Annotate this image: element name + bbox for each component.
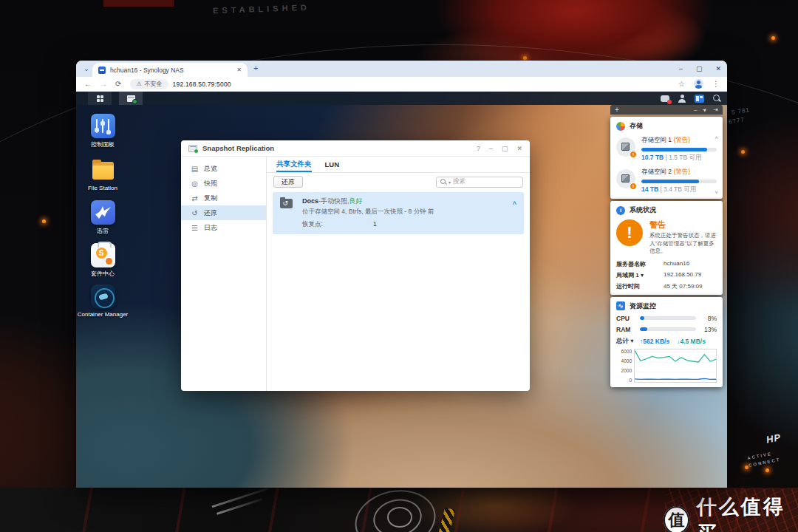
resource-monitor-widget: ∿ 资源监控 CPU 8% RAM 13% 总计 ▾: [610, 297, 723, 387]
server-name-row: 服务器名称 hchuan16: [616, 260, 717, 268]
uptime-row: 运行时间 45 天 07:59:09: [616, 282, 717, 290]
ram-percent: 13%: [700, 326, 717, 333]
volume-2-status: (警告): [673, 168, 690, 175]
thunder-bird-icon: [91, 200, 115, 225]
tab-close-icon[interactable]: ✕: [236, 66, 242, 73]
widget-collapse-button[interactable]: –: [694, 106, 697, 113]
snapshot-list-item-docs[interactable]: Docs - 手动快照, 良好 位于存储空间 4, Btrfs, 最后一次快照 …: [273, 192, 524, 234]
storage-widget: 存储 ! 存储空间 1 (警告) 10.7 TB | 1.5 TB 可用: [610, 117, 723, 199]
window-help-button[interactable]: ?: [477, 145, 480, 152]
resource-monitor-title: 资源监控: [630, 301, 656, 311]
notifications-icon[interactable]: [661, 95, 669, 102]
sidebar-item-logs[interactable]: ☰ 日志: [181, 220, 266, 235]
forward-button[interactable]: →: [100, 80, 107, 88]
desktop-icon-control-panel[interactable]: 控制面板: [79, 114, 126, 149]
volume-2-capacity: 14 TB: [641, 185, 658, 193]
upload-speed: 562 KB/s: [643, 338, 669, 345]
browser-tab[interactable]: hchuan16 - Synology NAS ✕: [92, 63, 248, 77]
warning-icon: ⚠: [136, 81, 141, 87]
glow-dot: [42, 219, 46, 223]
search-input[interactable]: ▾ 搜索: [436, 177, 523, 188]
sidebar-item-overview[interactable]: ▤ 总览: [181, 161, 266, 176]
window-close-button[interactable]: ✕: [516, 145, 522, 152]
bookmark-star-icon[interactable]: ☆: [678, 80, 685, 88]
volume-warning-badge: !: [630, 151, 637, 158]
desktop-icon-container-manager[interactable]: Container Manager: [79, 284, 126, 318]
search-icon: [440, 179, 446, 185]
overview-icon: ▤: [191, 165, 199, 173]
volume-1-chevron-icon[interactable]: ˄: [715, 134, 718, 141]
desktop-icon-thunder[interactable]: 迅雷: [79, 200, 126, 235]
lan-row[interactable]: 局域网 1 ▾ 192.168.50.79: [616, 271, 717, 279]
window-minimize-button[interactable]: –: [489, 145, 493, 152]
widget-pin-icon[interactable]: ➤: [701, 106, 709, 114]
network-chart: 6000 4000 2000 0: [616, 349, 717, 383]
system-health-title: 系统状况: [630, 205, 656, 215]
cpu-percent: 8%: [700, 315, 717, 322]
screen: ESTABLISHED 5 781 6777 HP ACTIVECONNECT …: [0, 0, 798, 532]
smzdm-watermark: 值 什么值得买: [664, 494, 798, 532]
window-titlebar[interactable]: Snapshot Replication ? – ▢ ✕: [181, 140, 530, 157]
synology-favicon: [98, 66, 106, 74]
main-menu-button[interactable]: [88, 92, 112, 105]
new-tab-button[interactable]: +: [253, 64, 258, 72]
browser-maximize-button[interactable]: ▢: [696, 65, 703, 72]
warning-circle-icon: !: [616, 219, 643, 246]
back-button[interactable]: ←: [84, 80, 92, 88]
dsm-taskbar: [76, 92, 727, 105]
widget-panel: + – ➤ ⇥ 存储 !: [610, 105, 723, 387]
volume-2-usage-bar: [641, 180, 717, 183]
taskbar-snapshot-replication-button[interactable]: [119, 92, 143, 105]
network-total-row[interactable]: 总计 ▾ ↑562 KB/s ↓4.5 MB/s: [616, 337, 717, 346]
profile-avatar[interactable]: [694, 79, 703, 89]
snapshot-replication-taskbar-icon: [127, 95, 135, 102]
desktop-icon-file-station[interactable]: File Station: [79, 158, 126, 191]
user-options-icon[interactable]: [678, 95, 686, 103]
sidebar-item-snapshot[interactable]: ◎ 快照: [181, 176, 266, 191]
sidebar-item-replication[interactable]: ⇄ 复制: [181, 191, 266, 205]
glow-dot: [741, 150, 745, 154]
add-widget-button[interactable]: +: [615, 106, 619, 114]
window-title: Snapshot Replication: [202, 144, 471, 152]
cpu-row: CPU 8%: [616, 315, 717, 322]
browser-minimize-button[interactable]: –: [679, 65, 683, 72]
tab-lun[interactable]: LUN: [325, 157, 340, 172]
volume-icon: !: [616, 169, 635, 188]
item-collapse-icon[interactable]: ˄: [513, 200, 516, 207]
reload-button[interactable]: ⟳: [115, 80, 121, 88]
security-chip[interactable]: ⚠ 不安全: [130, 79, 168, 89]
chart-y-axis: 6000 4000 2000 0: [616, 349, 634, 383]
window-maximize-button[interactable]: ▢: [502, 145, 508, 152]
smzdm-badge-icon: 值: [664, 506, 689, 532]
glow-dot: [745, 466, 748, 469]
storage-pie-icon: [616, 122, 625, 131]
dsm-search-icon[interactable]: [713, 95, 721, 103]
sidebar-item-restore[interactable]: ↺ 还原: [181, 205, 266, 220]
tab-shared-folder[interactable]: 共享文件夹: [276, 157, 312, 172]
storage-collapse-chevron-icon[interactable]: ˅: [715, 189, 718, 196]
health-message: 系统正处于警告状态，请进入"存储管理器"以了解更多信息。: [649, 232, 717, 256]
volume-warning-badge: !: [630, 183, 637, 190]
desktop-icon-package-center[interactable]: S 套件中心: [79, 243, 126, 278]
item-status: 良好: [349, 197, 363, 206]
restore-button[interactable]: 还原: [273, 176, 303, 188]
address-bar-url[interactable]: 192.168.50.79:5000: [173, 81, 231, 88]
system-health-widget: i 系统状况 ! 警告 系统正处于警告状态，请进入"存储管理器"以了解更多信息。…: [610, 201, 723, 295]
browser-close-button[interactable]: ✕: [715, 65, 721, 72]
window-sidebar: ▤ 总览 ◎ 快照 ⇄ 复制 ↺ 还原: [181, 157, 267, 391]
widget-exit-icon[interactable]: ⇥: [713, 106, 718, 113]
volume-icon: !: [616, 137, 635, 157]
widgets-toggle-icon[interactable]: [695, 95, 704, 103]
item-name: Docs: [302, 197, 318, 205]
cpu-usage-bar: [640, 316, 696, 320]
dsm-desktop: 控制面板 File Station 迅雷 S 套件中心 Container: [76, 92, 727, 488]
browser-menu-icon[interactable]: ⋮: [712, 80, 720, 88]
file-station-icon: [91, 158, 115, 183]
volume-2-row: ! 存储空间 2 (警告) 14 TB | 3.4 TB 可用: [616, 168, 717, 194]
content-tabs: 共享文件夹 LUN: [267, 157, 530, 173]
resource-monitor-icon: ∿: [616, 301, 625, 310]
health-status: 警告: [649, 219, 717, 231]
container-manager-icon: [91, 284, 115, 309]
logs-icon: ☰: [191, 224, 199, 232]
tab-search-chevron-icon[interactable]: ⌄: [81, 64, 92, 74]
